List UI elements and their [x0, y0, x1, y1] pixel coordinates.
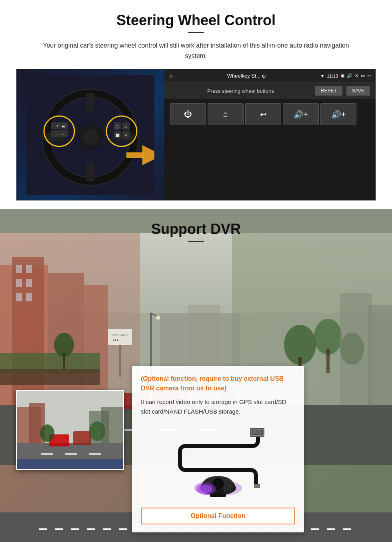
svg-text:⬜: ⬜: [116, 133, 120, 137]
svg-text:-: -: [56, 132, 58, 136]
save-button[interactable]: SAVE: [346, 86, 370, 96]
svg-point-98: [198, 485, 212, 493]
volume-icon: 🔊: [347, 73, 352, 78]
svg-rect-11: [51, 130, 68, 137]
sw-power-btn[interactable]: ⏻: [170, 103, 206, 125]
sw-vol-up-btn[interactable]: 🔊+: [283, 103, 319, 125]
dvr-description: It can record video only to storage in G…: [141, 397, 295, 416]
time-display: 11:13: [327, 74, 338, 78]
svg-rect-71: [29, 403, 45, 447]
dvr-camera-svg: [162, 424, 274, 500]
sw-back-btn[interactable]: ↩: [245, 103, 281, 125]
steering-buttons-grid: ⏻ ⌂ ↩ 🔊+ 🔊+: [164, 99, 376, 129]
dvr-title-underline: [188, 241, 204, 242]
sw-vol-down-btn[interactable]: 🔊+: [320, 103, 356, 125]
camera-icon: ▣: [340, 73, 344, 78]
svg-rect-75: [41, 453, 53, 455]
steering-photo: + - ▶| ↩ ◯ △ ⬜ ✕: [16, 69, 164, 201]
dvr-info-card: (Optional function, require to buy exter…: [132, 366, 304, 532]
wifi-icon: ▼: [320, 74, 325, 78]
svg-point-80: [40, 424, 54, 442]
svg-rect-100: [254, 484, 260, 488]
svg-rect-73: [101, 407, 124, 447]
sw-home-btn[interactable]: ⌂: [208, 103, 244, 125]
svg-text:✕: ✕: [124, 134, 127, 137]
steering-title-underline: [188, 32, 204, 33]
dashcam-thumbnail-svg: [17, 391, 124, 470]
steering-section: Steering Wheel Control Your original car…: [0, 0, 392, 209]
svg-rect-26: [126, 152, 144, 158]
svg-rect-10: [51, 122, 68, 129]
dvr-layout: (Optional function, require to buy exter…: [16, 254, 376, 532]
ctrl-label: Press steering wheel buttons: [170, 88, 311, 94]
svg-rect-79: [73, 431, 91, 445]
app-name-label: Wheelkey St... ψ: [176, 73, 317, 79]
svg-text:◯: ◯: [116, 125, 119, 128]
reset-button[interactable]: RESET: [315, 86, 342, 96]
svg-point-8: [82, 129, 98, 145]
steering-ctrl-bar: Press steering wheel buttons RESET SAVE: [164, 83, 376, 99]
svg-rect-77: [89, 453, 101, 455]
dvr-content-overlay: Support DVR: [0, 209, 392, 542]
dvr-section: FOR SALE ▶▶▶ Support DVR: [0, 209, 392, 542]
steering-title: Steering Wheel Control: [16, 12, 376, 29]
svg-rect-86: [252, 430, 262, 434]
svg-rect-82: [17, 459, 124, 470]
steering-image-container: + - ▶| ↩ ◯ △ ⬜ ✕: [16, 69, 376, 201]
dvr-title: Support DVR: [16, 221, 376, 238]
svg-text:▶|: ▶|: [62, 125, 65, 128]
home-icon: ⌂: [169, 73, 172, 79]
svg-text:+: +: [56, 124, 58, 128]
back-icon: ↩: [367, 73, 371, 78]
status-icons: ▼ 11:13 ▣ 🔊 ✕ ▭ ↩: [320, 73, 371, 78]
svg-point-81: [89, 421, 105, 441]
svg-rect-76: [65, 453, 77, 455]
window-icon: ▭: [361, 73, 365, 78]
svg-rect-92: [210, 494, 226, 497]
steering-subtitle: Your original car's steering wheel contr…: [40, 40, 352, 61]
svg-text:△: △: [124, 125, 127, 128]
dvr-camera-image: [141, 422, 295, 502]
steering-wheel-illustration: + - ▶| ↩ ◯ △ ⬜ ✕: [26, 75, 154, 195]
dvr-optional-text: (Optional function, require to buy exter…: [141, 374, 295, 393]
android-status-bar: ⌂ Wheelkey St... ψ ▼ 11:13 ▣ 🔊 ✕ ▭ ↩: [164, 69, 376, 83]
svg-text:↩: ↩: [62, 133, 64, 136]
close-icon: ✕: [355, 73, 358, 78]
svg-point-96: [217, 483, 219, 485]
optional-function-button[interactable]: Optional Function: [141, 508, 295, 524]
android-screen: ⌂ Wheelkey St... ψ ▼ 11:13 ▣ 🔊 ✕ ▭ ↩ Pre…: [164, 69, 376, 200]
dvr-thumbnail: [16, 390, 124, 470]
